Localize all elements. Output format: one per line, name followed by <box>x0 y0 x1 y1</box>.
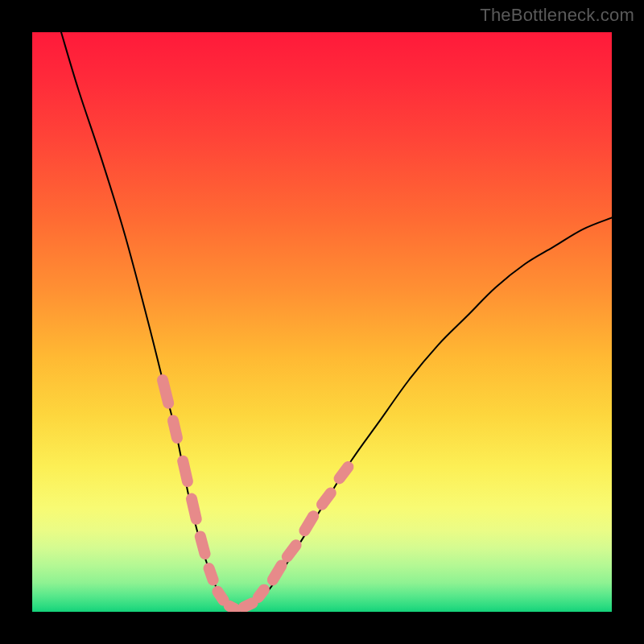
plot-area <box>32 32 612 612</box>
curve-marker <box>173 420 177 438</box>
curve-marker <box>200 536 205 554</box>
curve-marker <box>322 493 331 504</box>
curve-marker <box>163 380 168 403</box>
curve-marker <box>273 565 282 580</box>
curve-marker <box>217 592 223 601</box>
curve-marker <box>183 461 188 481</box>
curve-marker <box>340 467 349 478</box>
curve-marker <box>304 516 313 530</box>
attribution-label: TheBottleneck.com <box>480 5 634 26</box>
curve-marker <box>258 590 264 597</box>
curve-marker <box>229 606 235 609</box>
curve-marker <box>192 499 196 519</box>
curve-marker <box>209 568 213 580</box>
curve-path <box>61 32 612 609</box>
curve-marker <box>287 545 296 556</box>
bottleneck-curve <box>32 32 612 612</box>
chart-frame: TheBottleneck.com <box>0 0 644 644</box>
curve-marker <box>244 603 253 607</box>
